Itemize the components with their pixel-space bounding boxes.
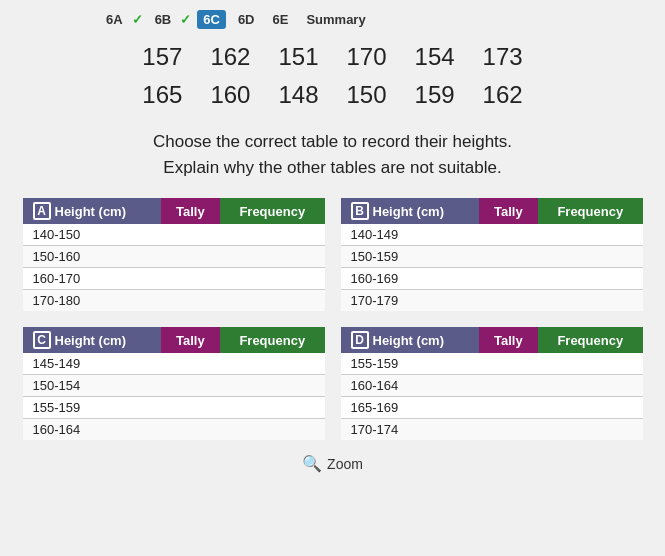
tab-6a[interactable]: 6A ✓ [100,10,143,29]
table-row: 150-160 [23,246,325,268]
tabs-row: 6A ✓ 6B ✓ 6C 6D 6E Summary [100,10,372,29]
table-b-header-height: B Height (cm) [341,198,479,224]
numbers-row-1: 157 162 151 170 154 173 [142,39,522,75]
table-d-letter: D [351,331,369,349]
table-b: B Height (cm) Tally Frequency 140-149 15… [341,198,643,311]
table-b-header-tally: Tally [479,198,538,224]
table-d: D Height (cm) Tally Frequency 155-159 16… [341,327,643,440]
zoom-label: Zoom [327,456,363,472]
table-row: 170-179 [341,290,643,312]
table-a-header-tally: Tally [161,198,220,224]
table-d-wrapper: D Height (cm) Tally Frequency 155-159 16… [341,327,643,440]
table-b-letter: B [351,202,369,220]
table-b-wrapper: B Height (cm) Tally Frequency 140-149 15… [341,198,643,311]
table-d-header-height: D Height (cm) [341,327,479,353]
table-row: 140-149 [341,224,643,246]
table-d-header-frequency: Frequency [538,327,642,353]
table-b-header-frequency: Frequency [538,198,642,224]
table-d-header-tally: Tally [479,327,538,353]
table-c-letter: C [33,331,51,349]
numbers-section: 157 162 151 170 154 173 165 160 148 150 … [142,39,522,115]
zoom-icon: 🔍 [302,454,322,473]
tab-6b[interactable]: 6B ✓ [149,10,192,29]
table-c-wrapper: C Height (cm) Tally Frequency 145-149 15… [23,327,325,440]
table-row: 140-150 [23,224,325,246]
table-row: 170-180 [23,290,325,312]
tables-grid: A Height (cm) Tally Frequency 140-150 15… [23,198,643,440]
table-row: 165-169 [341,397,643,419]
table-row: 160-164 [341,375,643,397]
tab-6e[interactable]: 6E [267,10,295,29]
tab-6c[interactable]: 6C [197,10,226,29]
tab-6d[interactable]: 6D [232,10,261,29]
numbers-row-2: 165 160 148 150 159 162 [142,77,522,113]
check-icon-6a: ✓ [132,12,143,27]
table-row: 155-159 [341,353,643,375]
table-a: A Height (cm) Tally Frequency 140-150 15… [23,198,325,311]
table-row: 160-170 [23,268,325,290]
check-icon-6b: ✓ [180,12,191,27]
table-row: 145-149 [23,353,325,375]
table-c: C Height (cm) Tally Frequency 145-149 15… [23,327,325,440]
table-c-header-frequency: Frequency [220,327,324,353]
table-row: 170-174 [341,419,643,441]
tab-summary[interactable]: Summary [300,10,371,29]
table-a-header-height: A Height (cm) [23,198,161,224]
instruction-text: Choose the correct table to record their… [153,129,512,180]
table-row: 155-159 [23,397,325,419]
table-a-wrapper: A Height (cm) Tally Frequency 140-150 15… [23,198,325,311]
table-c-header-height: C Height (cm) [23,327,161,353]
table-row: 160-169 [341,268,643,290]
zoom-row[interactable]: 🔍 Zoom [302,454,363,473]
table-row: 160-164 [23,419,325,441]
table-a-header-frequency: Frequency [220,198,324,224]
table-row: 150-159 [341,246,643,268]
table-a-letter: A [33,202,51,220]
table-c-header-tally: Tally [161,327,220,353]
table-row: 150-154 [23,375,325,397]
